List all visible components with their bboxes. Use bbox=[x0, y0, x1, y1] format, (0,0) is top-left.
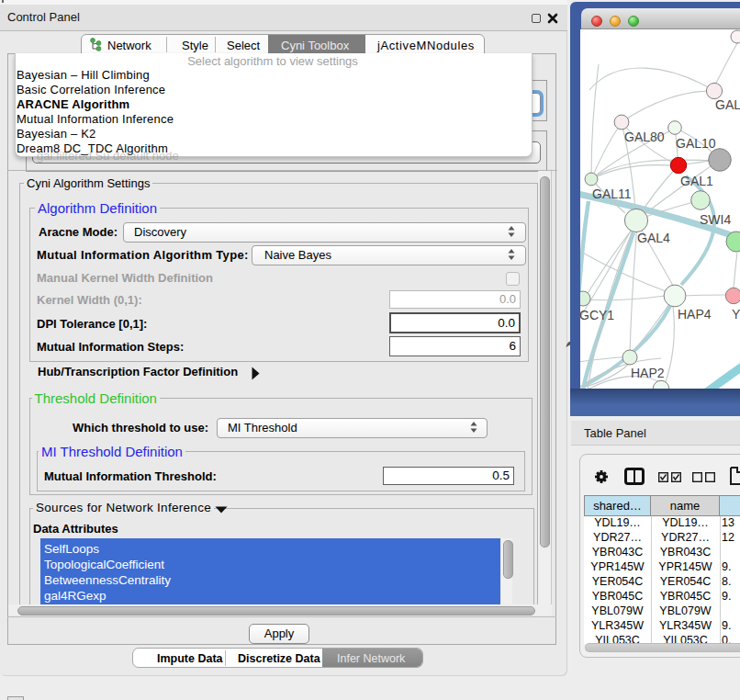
svg-text:Y: Y bbox=[732, 307, 740, 322]
svg-text:HAP2: HAP2 bbox=[631, 366, 665, 380]
svg-text:GAL: GAL bbox=[715, 97, 740, 112]
svg-text:GAL1: GAL1 bbox=[680, 174, 713, 188]
svg-text:GAL4: GAL4 bbox=[637, 231, 670, 245]
svg-text:HAP4: HAP4 bbox=[678, 307, 712, 322]
svg-text:SWI4: SWI4 bbox=[700, 212, 731, 227]
svg-text:GCY1: GCY1 bbox=[580, 308, 614, 322]
svg-text:GAL80: GAL80 bbox=[624, 130, 665, 144]
svg-text:GAL10: GAL10 bbox=[676, 136, 716, 151]
svg-text:GAL11: GAL11 bbox=[592, 186, 632, 201]
